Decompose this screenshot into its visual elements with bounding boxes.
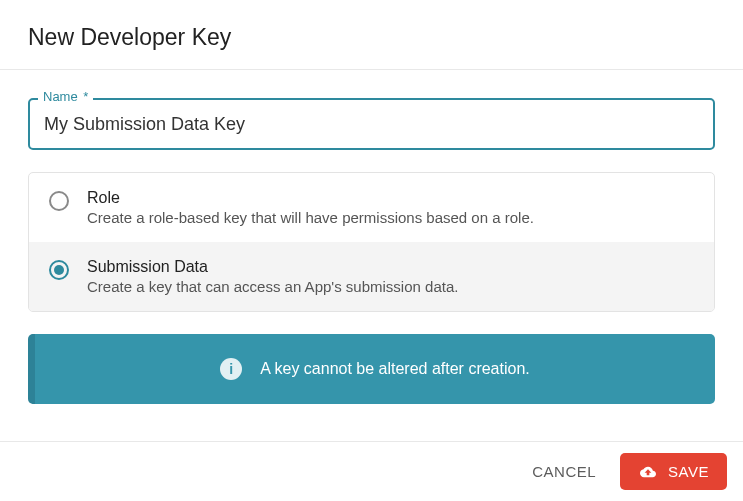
submission-option-title: Submission Data: [87, 258, 694, 276]
submission-data-option[interactable]: Submission Data Create a key that can ac…: [29, 242, 714, 311]
role-option[interactable]: Role Create a role-based key that will h…: [29, 173, 714, 242]
role-option-desc: Create a role-based key that will have p…: [87, 209, 694, 226]
radio-dot: [54, 265, 64, 275]
cancel-button[interactable]: CANCEL: [526, 455, 602, 488]
save-button-label: SAVE: [668, 463, 709, 480]
role-option-title: Role: [87, 189, 694, 207]
save-button[interactable]: SAVE: [620, 453, 727, 490]
info-icon: i: [220, 358, 242, 380]
required-indicator: *: [83, 89, 88, 104]
role-option-text: Role Create a role-based key that will h…: [87, 189, 694, 226]
dialog-header: New Developer Key: [0, 0, 743, 70]
dialog-title: New Developer Key: [28, 24, 715, 51]
submission-option-text: Submission Data Create a key that can ac…: [87, 258, 694, 295]
cloud-upload-icon: [638, 464, 658, 480]
submission-option-desc: Create a key that can access an App's su…: [87, 278, 694, 295]
info-banner: i A key cannot be altered after creation…: [28, 334, 715, 404]
radio-checked-icon: [49, 260, 69, 280]
info-banner-text: A key cannot be altered after creation.: [260, 360, 530, 378]
key-type-radio-group: Role Create a role-based key that will h…: [28, 172, 715, 312]
name-label: Name *: [38, 89, 93, 104]
name-field: Name *: [28, 98, 715, 150]
name-label-text: Name: [43, 89, 78, 104]
dialog-body: Name * Role Create a role-based key that…: [0, 70, 743, 404]
name-input[interactable]: [28, 98, 715, 150]
dialog-footer: CANCEL SAVE: [0, 441, 743, 501]
radio-unchecked-icon: [49, 191, 69, 211]
